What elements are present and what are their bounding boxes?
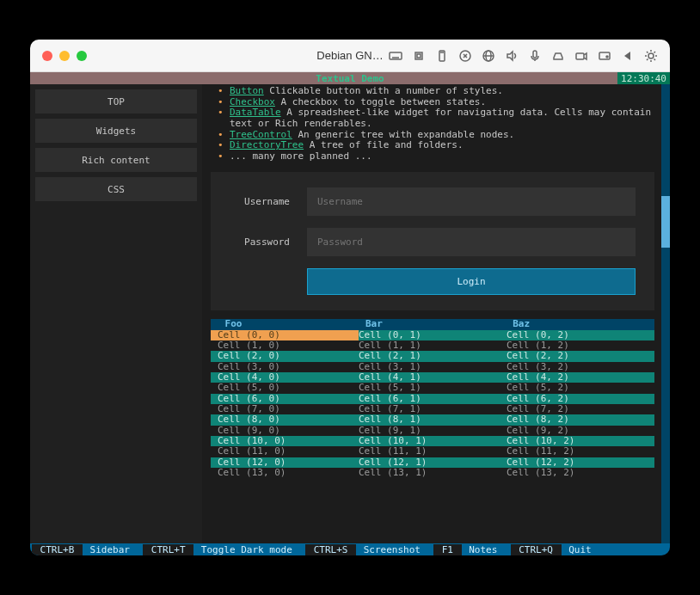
table-row[interactable]: Cell (13, 0)Cell (13, 1)Cell (13, 2) [211, 468, 654, 478]
cpu-icon[interactable] [412, 49, 426, 63]
column-header[interactable]: Foo [212, 319, 359, 329]
footer: CTRL+B Sidebar CTRL+T Toggle Dark mode C… [30, 543, 670, 555]
compass-icon[interactable] [458, 49, 472, 63]
clock: 12:30:40 [617, 72, 670, 84]
close-window-button[interactable] [42, 51, 52, 61]
gear-icon[interactable] [644, 49, 658, 63]
titlebar: Debian GN… [30, 40, 670, 72]
sidebar-item-widgets[interactable]: Widgets [35, 119, 197, 143]
footer-label: Quit [563, 544, 603, 555]
footer-key[interactable]: CTRL+Q [511, 544, 562, 555]
app-window: Debian GN… Textual Demo 12:30:40 TOPWidg… [30, 40, 670, 555]
username-label: Username [230, 196, 307, 207]
table-cell[interactable]: Cell (13, 1) [359, 468, 507, 478]
sidebar: TOPWidgetsRich contentCSS [30, 84, 202, 543]
window-title: Debian GN… [316, 49, 383, 62]
camera-icon[interactable] [574, 49, 588, 63]
sidebar-item-top[interactable]: TOP [35, 89, 197, 113]
table-cell[interactable]: Cell (2, 1) [359, 351, 507, 361]
password-label: Password [230, 236, 307, 248]
table-row[interactable]: Cell (12, 0)Cell (12, 1)Cell (12, 2) [211, 457, 654, 468]
svg-rect-11 [576, 53, 584, 59]
volume-icon[interactable] [505, 49, 519, 63]
microphone-icon[interactable] [528, 49, 542, 63]
widget-list: Button Clickable button with a number of… [202, 84, 661, 169]
table-cell[interactable]: Cell (11, 0) [211, 446, 359, 457]
list-item: Button Clickable button with a number of… [216, 86, 661, 97]
svg-rect-0 [390, 52, 402, 59]
keyboard-icon[interactable] [389, 49, 402, 63]
table-header-row: Foo Bar Baz [211, 319, 654, 329]
table-cell[interactable]: Cell (12, 0) [211, 457, 359, 468]
table-cell[interactable]: Cell (12, 2) [507, 457, 654, 468]
app-header: Textual Demo 12:30:40 [30, 72, 670, 84]
table-cell[interactable]: Cell (5, 1) [359, 383, 507, 393]
scrollbar-thumb[interactable] [661, 196, 670, 248]
footer-key[interactable]: CTRL+S [305, 544, 356, 555]
table-cell[interactable]: Cell (8, 1) [359, 414, 507, 425]
footer-label: Screenshot [358, 544, 432, 555]
table-cell[interactable]: Cell (13, 2) [507, 468, 654, 478]
svg-rect-10 [533, 51, 537, 58]
table-cell[interactable]: Cell (2, 0) [211, 351, 359, 361]
svg-point-13 [606, 56, 608, 58]
app-title: Textual Demo [316, 73, 384, 84]
sidebar-item-css[interactable]: CSS [35, 177, 197, 201]
data-table[interactable]: Foo Bar BazCell (0, 0)Cell (0, 1)Cell (0… [211, 319, 654, 478]
list-item: DirectoryTree A tree of file and folders… [216, 140, 661, 151]
username-input[interactable] [307, 187, 636, 216]
scrollbar-track[interactable] [661, 84, 670, 543]
footer-label: Notes [464, 544, 509, 555]
list-item: DataTable A spreadsheet-like widget for … [216, 107, 661, 129]
column-header[interactable]: Bar [359, 319, 507, 329]
table-row[interactable]: Cell (5, 0)Cell (5, 1)Cell (5, 2) [211, 383, 654, 393]
table-cell[interactable]: Cell (11, 1) [359, 446, 507, 457]
sidebar-item-rich-content[interactable]: Rich content [35, 148, 197, 172]
back-triangle-icon[interactable] [621, 49, 635, 63]
login-form: Username Password Login [211, 172, 654, 310]
login-button[interactable]: Login [307, 268, 636, 295]
column-header[interactable]: Baz [507, 319, 654, 329]
table-cell[interactable]: Cell (2, 2) [507, 351, 654, 361]
table-cell[interactable]: Cell (11, 2) [507, 446, 654, 457]
table-row[interactable]: Cell (11, 0)Cell (11, 1)Cell (11, 2) [211, 446, 654, 457]
main-content: Button Clickable button with a number of… [202, 84, 670, 543]
disk-icon[interactable] [551, 49, 565, 63]
svg-rect-3 [417, 54, 421, 58]
footer-key[interactable]: F1 [433, 544, 462, 555]
password-input[interactable] [307, 228, 636, 256]
table-row[interactable]: Cell (8, 0)Cell (8, 1)Cell (8, 2) [211, 414, 654, 425]
terminal: Textual Demo 12:30:40 TOPWidgetsRich con… [30, 72, 670, 555]
svg-rect-2 [415, 52, 422, 59]
footer-label: Sidebar [84, 544, 141, 555]
footer-key[interactable]: CTRL+B [32, 544, 83, 555]
list-item: ... many more planned ... [216, 151, 661, 163]
globe-icon[interactable] [482, 49, 495, 63]
footer-label: Toggle Dark mode [195, 544, 304, 555]
minimize-window-button[interactable] [59, 51, 70, 61]
display-icon[interactable] [598, 49, 611, 63]
svg-point-14 [648, 53, 654, 58]
table-cell[interactable]: Cell (8, 2) [507, 414, 654, 425]
table-cell[interactable]: Cell (5, 0) [211, 383, 359, 393]
table-cell[interactable]: Cell (8, 0) [211, 414, 359, 425]
table-cell[interactable]: Cell (12, 1) [359, 457, 507, 468]
table-cell[interactable]: Cell (13, 0) [211, 468, 359, 478]
menubar-icons [389, 49, 658, 63]
footer-key[interactable]: CTRL+T [143, 544, 193, 555]
table-cell[interactable]: Cell (5, 2) [507, 383, 654, 393]
maximize-window-button[interactable] [77, 51, 87, 61]
table-row[interactable]: Cell (2, 0)Cell (2, 1)Cell (2, 2) [211, 351, 654, 361]
usb-icon[interactable] [435, 49, 449, 63]
